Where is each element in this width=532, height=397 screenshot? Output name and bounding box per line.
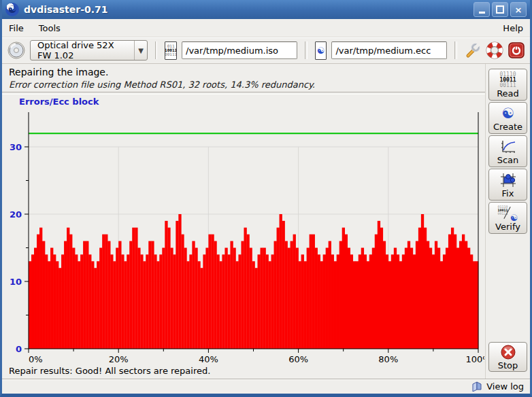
read-button[interactable]: 01110 10011 00111 Read <box>488 69 527 101</box>
svg-text:60%: 60% <box>288 354 308 364</box>
footer-bar: View log <box>2 379 530 394</box>
svg-text:40%: 40% <box>199 354 218 364</box>
close-icon: × <box>515 5 522 15</box>
svg-text:100%: 100% <box>465 354 484 364</box>
ecc-path-input[interactable] <box>331 41 447 59</box>
read-binary-icon: 01110 10011 00111 <box>499 71 516 89</box>
scan-button[interactable]: Scan <box>488 135 527 167</box>
body-row: Repairing the image. Error correction fi… <box>2 64 530 379</box>
create-button[interactable]: ☯ Create <box>488 102 527 134</box>
drive-selector-dropdown[interactable]: Optical drive 52X FW 1.02 ▼ <box>30 40 148 61</box>
toolbar-separator <box>454 41 457 59</box>
scan-chart-icon <box>499 138 517 156</box>
view-log-icon <box>471 381 483 392</box>
fix-puzzle-icon <box>499 171 517 189</box>
chart-area: 01020300%20%40%60%80%100%Errors/Ecc bloc… <box>2 94 485 365</box>
toolbar: Optical drive 52X FW 1.02 ▼ 011 10011 00… <box>2 37 530 64</box>
maximize-button[interactable] <box>492 2 508 17</box>
svg-text:80%: 80% <box>378 354 398 364</box>
quit-power-button[interactable] <box>508 41 525 59</box>
svg-text:20%: 20% <box>109 354 129 364</box>
svg-text:30: 30 <box>10 142 22 152</box>
preferences-wrench-button[interactable] <box>465 41 481 59</box>
maximize-icon <box>496 5 504 14</box>
stop-button[interactable]: Stop <box>488 342 527 372</box>
window-title: dvdisaster-0.71 <box>24 4 108 15</box>
svg-text:0%: 0% <box>29 354 43 364</box>
toolbar-separator <box>305 41 307 59</box>
menu-help[interactable]: Help <box>503 23 523 33</box>
status-title: Repairing the image. <box>9 66 478 79</box>
svg-text:20: 20 <box>10 209 22 220</box>
menu-file[interactable]: File <box>9 23 24 33</box>
create-yinyang-icon: ☯ <box>501 105 514 122</box>
main-pane: Repairing the image. Error correction fi… <box>2 64 485 379</box>
verify-button[interactable]: 01110 10011 00111 ☯ Verify <box>488 202 527 234</box>
fix-button[interactable]: Fix <box>488 169 527 201</box>
stop-icon <box>500 343 516 361</box>
chevron-down-icon: ▼ <box>134 41 146 60</box>
ecc-file-icon: ☯ <box>315 41 327 60</box>
minimize-icon <box>479 12 485 14</box>
errors-per-ecc-block-chart: 01020300%20%40%60%80%100%Errors/Ecc bloc… <box>2 94 484 367</box>
app-window: ☯ dvdisaster-0.71 × File Tools Help Opti… <box>0 0 532 397</box>
minimize-button[interactable] <box>473 2 490 17</box>
svg-text:0: 0 <box>16 344 22 354</box>
verify-compare-icon: 01110 10011 00111 ☯ <box>498 205 518 222</box>
menu-bar: File Tools Help <box>2 19 530 37</box>
svg-text:10: 10 <box>10 277 22 287</box>
optical-disc-icon <box>7 41 25 59</box>
help-lifebuoy-button[interactable] <box>486 41 503 59</box>
toolbar-separator <box>155 41 158 59</box>
status-block: Repairing the image. Error correction fi… <box>2 64 485 94</box>
title-bar[interactable]: ☯ dvdisaster-0.71 × <box>2 0 530 19</box>
iso-path-input[interactable] <box>182 41 297 59</box>
app-yinyang-icon: ☯ <box>5 3 19 16</box>
close-button[interactable]: × <box>510 2 527 17</box>
status-subtitle: Error correction file using Method RS01,… <box>9 79 478 90</box>
action-button-column: 01110 10011 00111 Read ☯ Create <box>485 64 530 379</box>
view-log-link[interactable]: View log <box>486 381 524 392</box>
svg-text:Errors/Ecc block: Errors/Ecc block <box>19 97 99 107</box>
iso-file-icon: 011 10011 00111 <box>165 41 177 60</box>
menu-tools[interactable]: Tools <box>39 23 61 33</box>
drive-selector-value: Optical drive 52X FW 1.02 <box>37 40 127 61</box>
repair-results-text: Repair results: Good! All sectors are re… <box>2 365 485 379</box>
